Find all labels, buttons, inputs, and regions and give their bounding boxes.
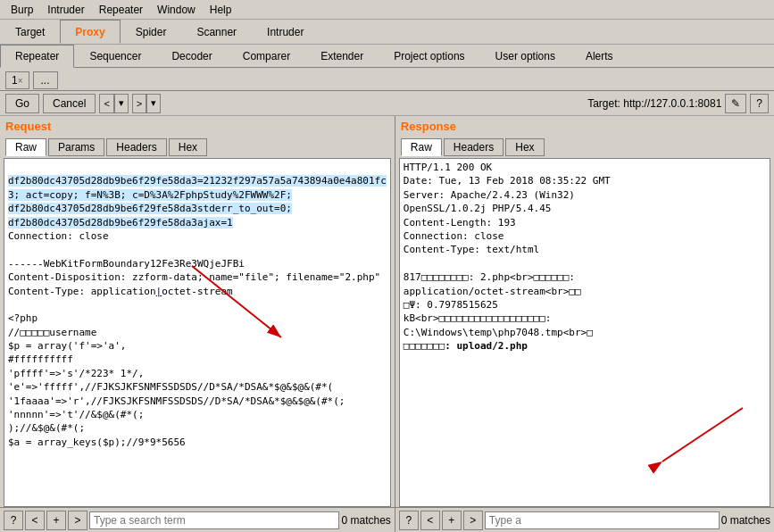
cancel-button[interactable]: Cancel bbox=[43, 94, 96, 113]
menu-repeater[interactable]: Repeater bbox=[92, 2, 150, 18]
svg-line-3 bbox=[662, 408, 743, 461]
secondary-tab-row: Repeater Sequencer Decoder Comparer Exte… bbox=[0, 45, 774, 68]
request-search-add[interactable]: + bbox=[46, 511, 66, 530]
request-content[interactable]: df2b80dc43705d28db9be6f29fe58da3=21232f2… bbox=[4, 158, 391, 507]
tab-scanner[interactable]: Scanner bbox=[181, 20, 252, 44]
response-title: Response bbox=[395, 116, 774, 137]
back-button[interactable]: < bbox=[99, 94, 113, 113]
tab-comparer[interactable]: Comparer bbox=[228, 45, 305, 67]
tab-user-options[interactable]: User options bbox=[480, 45, 570, 67]
response-matches: 0 matches bbox=[721, 514, 770, 527]
request-search-bar: ? < + > 0 matches bbox=[0, 507, 395, 532]
request-tab-raw[interactable]: Raw bbox=[5, 138, 46, 156]
request-title: Request bbox=[0, 116, 395, 137]
menu-help[interactable]: Help bbox=[203, 2, 239, 18]
tab-decoder[interactable]: Decoder bbox=[156, 45, 227, 67]
response-panel-tabs: Raw Headers Hex bbox=[395, 137, 774, 158]
tab-extender[interactable]: Extender bbox=[305, 45, 379, 67]
request-search-prev[interactable]: < bbox=[25, 511, 45, 530]
edit-target-button[interactable]: ✎ bbox=[725, 94, 746, 113]
target-url: Target: http://127.0.0.1:8081 bbox=[587, 97, 721, 110]
response-search-next[interactable]: > bbox=[463, 511, 483, 530]
main-tab-row: Target Proxy Spider Scanner Intruder bbox=[0, 20, 774, 45]
menu-burp[interactable]: Burp bbox=[4, 2, 40, 18]
tab-repeater[interactable]: Repeater bbox=[0, 45, 74, 68]
tab-sequencer[interactable]: Sequencer bbox=[74, 45, 156, 67]
back-down-button[interactable]: ▾ bbox=[114, 94, 129, 113]
repeater-tab-row: 1 × ... bbox=[0, 68, 774, 91]
main-area: Request Raw Params Headers Hex df2b80dc4… bbox=[0, 116, 774, 532]
forward-down-button[interactable]: ▾ bbox=[146, 94, 161, 113]
repeater-tab-more[interactable]: ... bbox=[33, 71, 58, 89]
response-content[interactable]: HTTP/1.1 200 OK Date: Tue, 13 Feb 2018 0… bbox=[399, 158, 770, 507]
tab-target[interactable]: Target bbox=[0, 20, 60, 44]
response-search-help[interactable]: ? bbox=[399, 511, 419, 530]
tab-alerts[interactable]: Alerts bbox=[570, 45, 628, 67]
response-tab-headers[interactable]: Headers bbox=[444, 138, 504, 156]
request-search-input[interactable] bbox=[89, 511, 339, 529]
target-info: Target: http://127.0.0.1:8081 ✎ ? bbox=[587, 94, 769, 113]
response-panel: Response Raw Headers Hex HTTP/1.1 200 OK… bbox=[395, 116, 774, 532]
response-search-prev[interactable]: < bbox=[420, 511, 440, 530]
response-tab-hex[interactable]: Hex bbox=[505, 138, 544, 156]
tab-project-options[interactable]: Project options bbox=[379, 45, 479, 67]
menu-window[interactable]: Window bbox=[150, 2, 203, 18]
forward-button[interactable]: > bbox=[132, 94, 146, 113]
repeater-tab-1[interactable]: 1 × bbox=[5, 71, 29, 89]
response-search-add[interactable]: + bbox=[442, 511, 462, 530]
menu-intruder[interactable]: Intruder bbox=[40, 2, 91, 18]
response-tab-raw[interactable]: Raw bbox=[401, 138, 442, 156]
menubar: Burp Intruder Repeater Window Help bbox=[0, 0, 774, 20]
request-matches: 0 matches bbox=[341, 514, 390, 527]
response-search-input[interactable] bbox=[485, 511, 720, 529]
help-target-button[interactable]: ? bbox=[750, 94, 769, 113]
tab-intruder[interactable]: Intruder bbox=[252, 20, 319, 44]
go-button[interactable]: Go bbox=[5, 94, 39, 113]
request-tab-headers[interactable]: Headers bbox=[106, 138, 166, 156]
response-search-bar: ? < + > 0 matches bbox=[395, 507, 774, 532]
request-panel-tabs: Raw Params Headers Hex bbox=[0, 137, 395, 158]
request-search-help[interactable]: ? bbox=[4, 511, 23, 530]
request-panel: Request Raw Params Headers Hex df2b80dc4… bbox=[0, 116, 395, 532]
request-tab-params[interactable]: Params bbox=[48, 138, 104, 156]
nav-bar: Go Cancel < ▾ > ▾ Target: http://127.0.0… bbox=[0, 91, 774, 116]
tab-proxy[interactable]: Proxy bbox=[60, 20, 120, 44]
request-tab-hex[interactable]: Hex bbox=[169, 138, 207, 156]
request-search-next[interactable]: > bbox=[68, 511, 87, 530]
tab-spider[interactable]: Spider bbox=[121, 20, 182, 44]
